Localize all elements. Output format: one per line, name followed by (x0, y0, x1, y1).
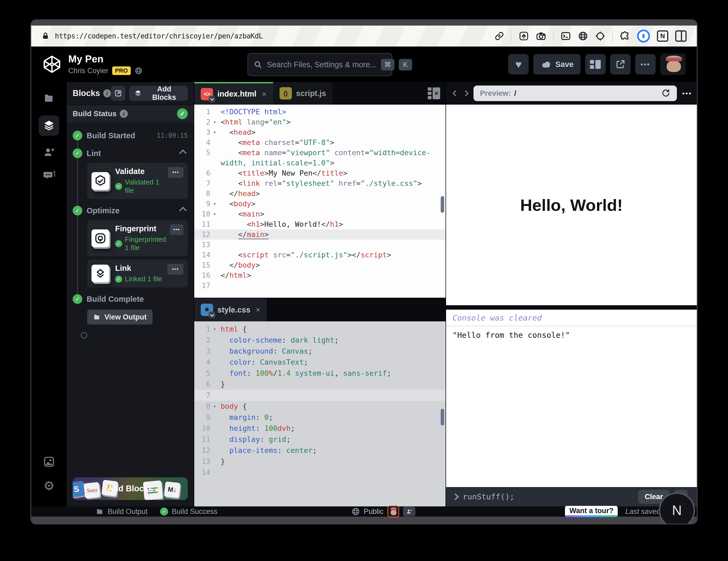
scrollbar-thumb[interactable] (441, 409, 444, 425)
fold-marker-icon[interactable]: ▾ (210, 401, 219, 412)
code-line[interactable]: 8▾body { (194, 401, 446, 412)
code-line[interactable]: 7 <link rel="stylesheet" href="./style.c… (194, 178, 446, 189)
info-icon[interactable]: i (103, 89, 111, 97)
build-output-item[interactable]: Build Output (96, 507, 148, 516)
reload-icon[interactable] (661, 89, 670, 98)
code-line[interactable]: 4 color: CanvasText; (194, 356, 446, 368)
target-icon[interactable] (595, 31, 605, 41)
love-button[interactable]: ♥ (508, 54, 529, 75)
code-line[interactable]: 6} (194, 379, 446, 390)
sidebar-item-assets[interactable] (43, 456, 55, 468)
code-line[interactable]: 8 </head> (194, 189, 446, 199)
code-line[interactable]: 2▾<html lang="en"> (194, 117, 446, 127)
tab-style-css[interactable]: * style.css × (194, 298, 267, 321)
visibility-label[interactable]: Public (364, 507, 384, 516)
fold-marker-icon[interactable]: ▾ (210, 199, 219, 209)
code-line[interactable]: 12 place-items: center; (194, 445, 446, 456)
tour-button[interactable]: Want a tour? (565, 506, 618, 517)
code-line[interactable]: 14 (194, 467, 446, 478)
code-line[interactable]: 11 <h1>Hello, World!</h1> (194, 219, 446, 230)
code-line[interactable]: 2 color-scheme: dark light; (194, 334, 446, 345)
layout-button[interactable] (585, 54, 606, 75)
avatar[interactable] (660, 54, 685, 75)
onepassword-icon[interactable] (637, 30, 650, 43)
url-text[interactable]: https://codepen.test/editor/chriscoyier/… (55, 32, 263, 40)
extension-flower-icon[interactable] (519, 31, 529, 41)
search-input[interactable]: Search Files, Settings & more... ⌘ K (248, 53, 392, 76)
share-button[interactable] (610, 54, 631, 75)
block-menu-button[interactable]: ••• (167, 264, 183, 275)
open-blocks-window-button[interactable] (111, 86, 125, 101)
scrollbar-thumb[interactable] (441, 196, 444, 213)
step-optimize[interactable]: ✓ Optimize (73, 205, 188, 217)
build-status-header[interactable]: Build Status i ✓ (67, 105, 194, 122)
code-line[interactable]: 11 display: grid; (194, 434, 446, 445)
code-line[interactable]: 3▾ <head> (194, 127, 446, 138)
view-output-button[interactable]: View Output (87, 309, 153, 324)
console-divider[interactable] (446, 305, 697, 309)
extensions-puzzle-icon[interactable] (620, 31, 630, 41)
html-code-editor[interactable]: 1<!DOCTYPE html>2▾<html lang="en">3▾ <he… (194, 105, 446, 298)
code-line[interactable]: 17 (194, 280, 446, 291)
block-card-validate[interactable]: Validate ✓Validated 1 file ••• (87, 163, 188, 199)
code-line[interactable]: 9 margin: 0; (194, 412, 446, 423)
close-tab-icon[interactable]: × (256, 305, 261, 314)
codepen-logo[interactable] (43, 55, 61, 74)
save-button[interactable]: Save (533, 54, 581, 75)
code-line[interactable]: 14 <script src="./script.js"></script> (194, 250, 446, 260)
chevron-up-icon[interactable] (179, 207, 187, 214)
preview-pane[interactable]: Hello, World! (446, 105, 697, 305)
terminal-icon[interactable] (561, 31, 571, 41)
console-input[interactable]: runStuff(); Clear × (446, 487, 697, 506)
code-line[interactable]: 16</html> (194, 270, 446, 280)
code-line[interactable]: 13 (194, 240, 446, 250)
code-line[interactable]: 5 <meta name="viewport" content="width=d… (194, 148, 446, 168)
code-line[interactable]: 10 height: 100dvh; (194, 423, 446, 434)
sidebar-item-blocks[interactable] (39, 115, 59, 136)
tab-script-js[interactable]: () script.js (273, 82, 333, 105)
link-icon[interactable] (494, 31, 504, 41)
fold-marker-icon[interactable]: ▾ (210, 209, 219, 219)
code-line[interactable]: 13} (194, 456, 446, 467)
info-icon[interactable]: i (120, 110, 128, 118)
fold-marker-icon[interactable]: ▾ (210, 323, 219, 334)
console-input-value[interactable]: runStuff(); (463, 492, 514, 501)
close-tab-icon[interactable]: × (262, 90, 267, 99)
step-lint[interactable]: ✓ Lint (73, 147, 188, 160)
preview-more-button[interactable]: ••• (682, 89, 692, 98)
globe-icon[interactable] (578, 31, 588, 41)
code-line[interactable]: 6 <title>My New Pen</title> (194, 168, 446, 178)
code-line[interactable]: 9▾ <body> (194, 199, 446, 209)
sidebar-item-files[interactable] (43, 93, 55, 104)
fold-marker-icon[interactable]: ▾ (210, 127, 219, 138)
pen-title[interactable]: My Pen (68, 54, 143, 65)
window-titlebar[interactable] (31, 20, 697, 26)
preview-address-bar[interactable]: Preview: / (473, 86, 677, 101)
code-line[interactable]: 15 </body> (194, 260, 446, 270)
split-view-icon[interactable] (675, 30, 687, 42)
tab-index-html[interactable]: <> index.html × (194, 82, 273, 105)
code-line[interactable]: 10▾ <main> (194, 209, 446, 219)
forward-icon[interactable] (462, 89, 470, 98)
more-button[interactable]: ••• (635, 54, 656, 75)
author-name[interactable]: Chris Coyier (68, 67, 108, 75)
code-line[interactable]: 1<!DOCTYPE html> (194, 107, 446, 117)
code-line[interactable]: 12 </main> (194, 230, 446, 240)
code-line[interactable]: 5 font: 100%/1.4 system-ui, sans-serif; (194, 368, 446, 379)
notion-icon[interactable]: N (657, 30, 668, 42)
add-blocks-banner[interactable]: S Sass B Add Blocks M↓ (73, 477, 188, 500)
block-card-link[interactable]: Link ✓Linked 1 file ••• (87, 260, 188, 287)
block-card-fingerprint[interactable]: Fingerprint ✓Fingerprinted 1 file ••• (87, 220, 188, 256)
code-line[interactable]: 4 <meta charset="UTF-8"> (194, 138, 446, 148)
block-menu-button[interactable]: ••• (170, 224, 183, 235)
editor-layout-icon[interactable]: × (428, 87, 440, 99)
code-line[interactable]: 7 (194, 390, 446, 401)
sidebar-item-comments[interactable] (43, 170, 55, 182)
back-icon[interactable] (451, 89, 459, 98)
fold-marker-icon[interactable]: ▾ (210, 117, 219, 127)
add-collaborator-button[interactable] (403, 507, 415, 516)
add-blocks-button[interactable]: Add Blocks (129, 86, 188, 101)
block-menu-button[interactable]: ••• (168, 167, 183, 178)
browser-url-bar[interactable]: https://codepen.test/editor/chriscoyier/… (31, 26, 697, 47)
css-code-editor[interactable]: 1▾html {2 color-scheme: dark light;3 bac… (194, 321, 446, 506)
